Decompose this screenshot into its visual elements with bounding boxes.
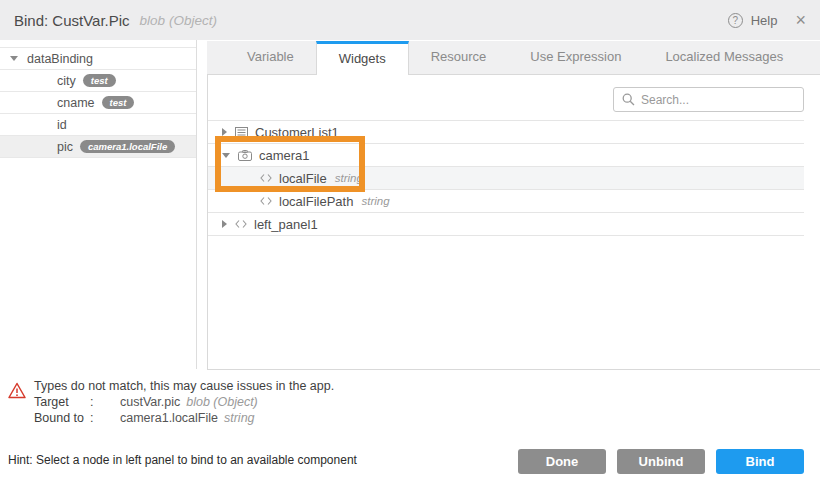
sidebar-item-label: cname <box>57 96 95 110</box>
sidebar-item-cname[interactable]: cname test <box>0 92 196 114</box>
tree-row-camera1[interactable]: camera1 <box>208 144 804 167</box>
warning-message: Types do not match, this may cause issue… <box>34 378 334 394</box>
warning-boundto-row: Bound to : camera1.localFile string <box>34 410 334 426</box>
target-value: custVar.pic <box>120 394 180 410</box>
tab-localized-messages[interactable]: Localized Messages <box>643 42 805 74</box>
search-input[interactable] <box>641 93 791 107</box>
tab-variable[interactable]: Variable <box>225 42 316 74</box>
camera-icon <box>238 150 252 161</box>
bind-button[interactable]: Bind <box>716 449 804 474</box>
tree-node-label: localFilePath <box>279 194 353 209</box>
binding-badge: test <box>83 74 116 88</box>
tab-resource[interactable]: Resource <box>409 42 509 74</box>
sidebar-item-label: dataBinding <box>27 52 93 66</box>
sidebar-item-city[interactable]: city test <box>0 70 196 92</box>
bind-dialog: Bind: CustVar.Pic blob (Object) ? Help ×… <box>0 0 820 488</box>
sidebar-item-pic[interactable]: pic camera1.localFile <box>0 136 196 158</box>
hint-text: Hint: Select a node in left panel to bin… <box>8 453 357 467</box>
tree-node-type: string <box>361 195 389 207</box>
target-type: blob (Object) <box>186 394 258 410</box>
help-link[interactable]: Help <box>751 13 778 28</box>
bind-source-tabs: Variable Widgets Resource Use Expression… <box>207 41 820 75</box>
binding-badge: camera1.localFile <box>80 140 175 154</box>
tree-node-label: CustomerList1 <box>255 125 339 140</box>
footer-buttons: Done Unbind Bind <box>518 449 804 474</box>
type-mismatch-warning: Types do not match, this may cause issue… <box>8 378 334 426</box>
dialog-header: Bind: CustVar.Pic blob (Object) ? Help × <box>0 0 820 40</box>
caret-down-icon[interactable] <box>10 56 18 61</box>
warning-target-row: Target : custVar.pic blob (Object) <box>34 394 334 410</box>
unbind-button[interactable]: Unbind <box>617 449 705 474</box>
close-icon[interactable]: × <box>795 12 806 28</box>
tree-row-left-panel1[interactable]: left_panel1 <box>208 213 804 236</box>
sidebar-item-databinding[interactable]: dataBinding <box>0 48 196 70</box>
code-icon <box>260 173 272 183</box>
list-icon <box>235 127 248 138</box>
tree-node-type: string <box>335 172 363 184</box>
boundto-type: string <box>224 410 255 426</box>
widgets-panel: CustomerList1 camera1 localFile string <box>207 75 820 370</box>
sidebar-item-id[interactable]: id <box>0 114 196 136</box>
binding-sidebar: dataBinding city test cname test id pic … <box>0 40 197 369</box>
dialog-subtitle: blob (Object) <box>140 13 217 28</box>
sidebar-item-label: pic <box>57 140 73 154</box>
code-icon <box>260 196 272 206</box>
tree-row-localfile[interactable]: localFile string <box>208 167 804 190</box>
tab-widgets[interactable]: Widgets <box>316 41 409 75</box>
caret-down-icon[interactable] <box>222 153 230 158</box>
help-icon[interactable]: ? <box>728 13 743 28</box>
tree-node-label: camera1 <box>259 148 310 163</box>
search-icon <box>622 93 635 106</box>
warning-triangle-icon <box>8 382 26 426</box>
tree-row-localfilepath[interactable]: localFilePath string <box>208 190 804 213</box>
tree-node-label: left_panel1 <box>254 217 318 232</box>
widget-tree: CustomerList1 camera1 localFile string <box>208 120 804 236</box>
code-icon <box>235 219 247 229</box>
binding-badge: test <box>102 96 135 110</box>
boundto-value: camera1.localFile <box>120 410 218 426</box>
caret-right-icon[interactable] <box>222 220 227 228</box>
search-box[interactable] <box>613 87 804 112</box>
sidebar-item-label: id <box>57 118 67 132</box>
caret-right-icon[interactable] <box>222 128 227 136</box>
done-button[interactable]: Done <box>518 449 606 474</box>
tree-node-label: localFile <box>279 171 327 186</box>
tab-use-expression[interactable]: Use Expression <box>508 42 643 74</box>
sidebar-item-label: city <box>57 74 76 88</box>
dialog-title: Bind: CustVar.Pic <box>14 12 130 29</box>
tree-row-customerlist1[interactable]: CustomerList1 <box>208 121 804 144</box>
